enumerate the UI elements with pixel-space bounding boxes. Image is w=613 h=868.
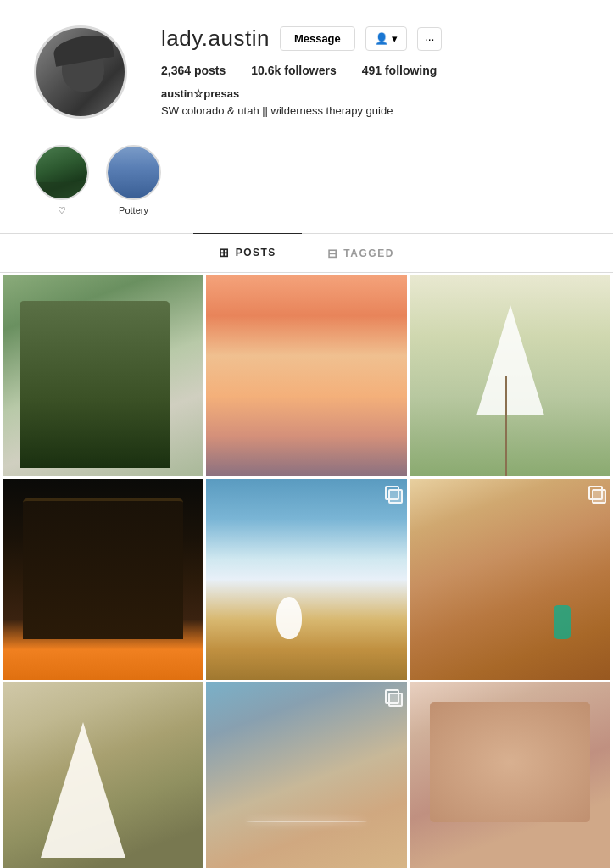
highlight-label-0: ♡ [58,205,66,216]
tabs-section: ⊞ POSTS ⊟ TAGGED [0,234,613,273]
multi-image-icon-6 [588,486,604,501]
posts-tab-icon: ⊞ [219,246,231,259]
message-button[interactable]: Message [280,26,355,51]
post-image-5 [206,479,407,680]
post-item-2[interactable] [206,275,407,476]
post-image-7 [3,682,203,869]
post-image-2 [206,275,407,476]
avatar[interactable] [34,25,127,119]
person-icon: 👤 [375,32,388,45]
following-count: 491 [362,64,382,77]
posts-stat[interactable]: 2,364 posts [161,64,226,77]
post-item-6[interactable] [410,479,610,680]
highlights-section: ♡ Pottery [0,136,613,234]
highlight-item-1[interactable]: Pottery [106,145,161,216]
avatar-container [34,25,127,119]
post-image-1 [3,275,203,476]
posts-grid [0,273,613,869]
chevron-down-icon: ▾ [392,32,398,45]
tagged-tab-label: TAGGED [343,248,393,259]
multi-image-icon-5 [385,486,400,501]
post-image-3 [410,275,610,476]
profile-top-row: lady.austin Message 👤 ▾ ··· [161,25,579,52]
post-image-8 [206,682,407,869]
followers-count: 10.6k [251,64,281,77]
post-image-9 [410,682,610,869]
highlight-circle-0 [34,145,89,200]
tagged-tab-icon: ⊟ [327,247,339,260]
stats-row: 2,364 posts 10.6k followers 491 followin… [161,64,579,77]
followers-stat[interactable]: 10.6k followers [251,64,336,77]
profile-section: lady.austin Message 👤 ▾ ··· 2,364 posts … [0,0,613,136]
follow-dropdown-button[interactable]: 👤 ▾ [365,26,407,51]
post-item-1[interactable] [3,275,203,476]
post-item-8[interactable] [206,682,407,869]
more-options-button[interactable]: ··· [417,27,443,51]
tab-posts[interactable]: ⊞ POSTS [193,233,302,272]
post-image-6 [410,479,610,680]
bio-description: SW colorado & utah || wilderness therapy… [161,103,579,120]
posts-count: 2,364 [161,64,191,77]
post-image-4 [3,479,203,680]
post-item-7[interactable] [3,682,203,869]
followers-label: followers [284,64,336,77]
post-item-3[interactable] [410,275,610,476]
username: lady.austin [161,25,270,52]
following-label: following [385,64,437,77]
tab-tagged[interactable]: ⊟ TAGGED [302,234,420,272]
posts-label: posts [194,64,226,77]
highlight-label-1: Pottery [119,205,148,215]
post-item-4[interactable] [3,479,203,680]
bio-name: austin☆presas [161,87,579,100]
following-stat[interactable]: 491 following [362,64,437,77]
post-item-9[interactable] [410,682,610,869]
highlight-item-0[interactable]: ♡ [34,145,89,216]
posts-tab-label: POSTS [236,247,276,259]
post-item-5[interactable] [206,479,407,680]
profile-info: lady.austin Message 👤 ▾ ··· 2,364 posts … [161,25,579,120]
multi-image-icon-8 [385,689,400,704]
highlight-circle-1 [106,145,161,200]
